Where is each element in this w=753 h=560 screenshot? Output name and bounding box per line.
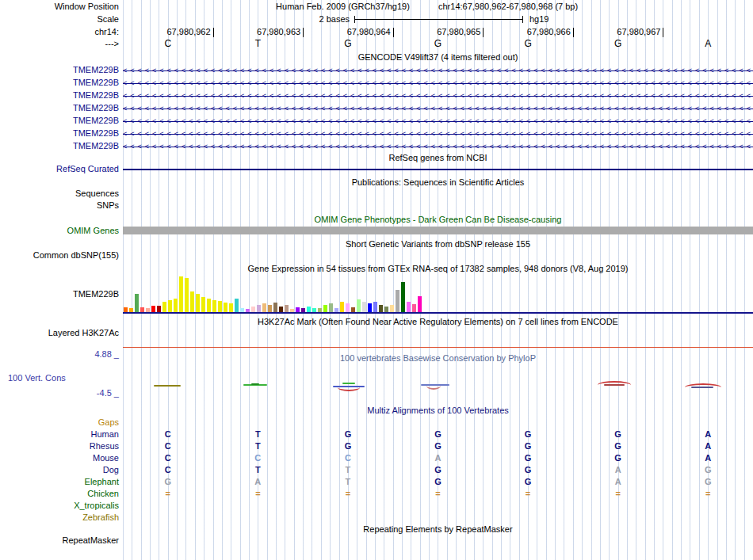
species-label[interactable]: Zebrafish [0, 512, 119, 524]
gtex-expression-bar[interactable] [212, 300, 216, 312]
gene-item[interactable]: <<<<<<<<<<<<<<<<<<<<<<<<<<<<<<<<<<<<<<<<… [123, 77, 753, 90]
gtex-expression-bar[interactable] [135, 294, 139, 312]
gene-item[interactable]: <<<<<<<<<<<<<<<<<<<<<<<<<<<<<<<<<<<<<<<<… [123, 140, 753, 153]
gene-item-label[interactable]: TMEM229B [0, 78, 119, 88]
gtex-expression-bar[interactable] [312, 308, 316, 312]
gencode-track-title[interactable]: GENCODE V49lift37 (4 items filtered out) [123, 52, 753, 63]
gtex-expression-bar[interactable] [351, 307, 355, 312]
refseq-curated-label[interactable]: RefSeq Curated [0, 164, 119, 174]
gtex-expression-bar[interactable] [418, 296, 422, 312]
gtex-expression-bar[interactable] [262, 303, 266, 312]
gene-item-label[interactable]: TMEM229B [0, 141, 119, 151]
gtex-expression-bar[interactable] [240, 308, 244, 312]
alignment-base: G [162, 476, 174, 488]
species-label[interactable]: Dog [0, 464, 119, 476]
gtex-expression-bar[interactable] [407, 302, 411, 312]
gtex-expression-bar[interactable] [246, 309, 250, 312]
gtex-expression-bar[interactable] [357, 299, 361, 312]
gtex-expression-bar[interactable] [174, 299, 178, 312]
gtex-expression-bar[interactable] [207, 299, 211, 312]
gtex-expression-bar[interactable] [390, 305, 394, 312]
gtex-expression-bar[interactable] [235, 299, 239, 312]
gtex-expression-bar[interactable] [379, 305, 383, 312]
gtex-expression-bar[interactable] [129, 308, 133, 312]
conservation-track-title[interactable]: 100 vertebrates Basewise Conservation by… [123, 353, 753, 364]
gtex-expression-bar[interactable] [334, 308, 338, 312]
gtex-expression-bar[interactable] [340, 302, 344, 312]
gtex-expression-bar[interactable] [301, 308, 305, 312]
species-label[interactable]: Mouse [0, 452, 119, 464]
gtex-expression-bar[interactable] [285, 305, 289, 312]
gtex-expression-bar[interactable] [346, 303, 350, 312]
gene-item-label[interactable]: TMEM229B [0, 116, 119, 126]
gtex-expression-bar[interactable] [218, 301, 222, 312]
multiz-gaps-label[interactable]: Gaps [0, 417, 119, 429]
gtex-expression-bar[interactable] [124, 307, 128, 312]
gtex-expression-bar[interactable] [362, 302, 366, 312]
dbsnp-track-title[interactable]: Short Genetic Variants from dbSNP releas… [123, 239, 753, 250]
gene-item-label[interactable]: TMEM229B [0, 103, 119, 113]
gtex-expression-bar[interactable] [157, 306, 161, 312]
repeatmasker-label[interactable]: RepeatMasker [0, 535, 119, 546]
layered-h3k27ac-label[interactable]: Layered H3K27Ac [0, 328, 119, 338]
gtex-expression-bar[interactable] [307, 307, 311, 312]
gtex-expression-bar[interactable] [251, 307, 255, 312]
sequences-label[interactable]: Sequences [0, 189, 119, 199]
snps-label[interactable]: SNPs [0, 200, 119, 211]
gtex-expression-bar[interactable] [279, 307, 283, 312]
species-label[interactable]: Rhesus [0, 440, 119, 452]
common-dbsnp-label[interactable]: Common dbSNP(155) [0, 250, 119, 261]
gtex-expression-bar[interactable] [168, 300, 172, 312]
repeatmasker-track-title[interactable]: Repeating Elements by RepeatMasker [123, 524, 753, 535]
gtex-expression-bar[interactable] [296, 307, 300, 312]
gtex-expression-bar[interactable] [384, 307, 388, 312]
gtex-expression-bar[interactable] [412, 304, 416, 312]
gtex-expression-bar[interactable] [290, 309, 294, 312]
gtex-expression-bar[interactable] [229, 303, 233, 312]
gtex-expression-bar[interactable] [179, 276, 183, 312]
gtex-expression-bar[interactable] [201, 297, 205, 312]
gtex-expression-bar[interactable] [273, 303, 277, 312]
gtex-expression-bar[interactable] [146, 308, 150, 312]
gene-item-label[interactable]: TMEM229B [0, 90, 119, 101]
publications-track-title[interactable]: Publications: Sequences in Scientific Ar… [123, 177, 753, 188]
gtex-expression-bar[interactable] [185, 278, 189, 312]
gtex-expression-bar[interactable] [368, 303, 372, 312]
gtex-expression-bar[interactable] [373, 302, 377, 312]
gtex-expression-bar[interactable] [140, 307, 144, 312]
omim-genes-label[interactable]: OMIM Genes [0, 226, 119, 236]
gtex-expression-bar[interactable] [190, 291, 194, 312]
gene-item[interactable]: <<<<<<<<<<<<<<<<<<<<<<<<<<<<<<<<<<<<<<<<… [123, 90, 753, 102]
h3k27ac-track-title[interactable]: H3K27Ac Mark (Often Found Near Active Re… [123, 317, 753, 327]
gene-item[interactable]: <<<<<<<<<<<<<<<<<<<<<<<<<<<<<<<<<<<<<<<<… [123, 128, 753, 140]
species-label[interactable]: Human [0, 429, 119, 440]
multiz-track-title[interactable]: Multiz Alignments of 100 Vertebrates [123, 406, 753, 416]
conservation-mark [604, 384, 625, 386]
species-label[interactable]: Elephant [0, 476, 119, 488]
gtex-expression-bar[interactable] [329, 303, 333, 312]
species-label[interactable]: X_tropicalis [0, 500, 119, 512]
gtex-expression-bar[interactable] [396, 290, 399, 312]
gene-item[interactable]: <<<<<<<<<<<<<<<<<<<<<<<<<<<<<<<<<<<<<<<<… [123, 64, 753, 77]
gene-item-label[interactable]: TMEM229B [0, 65, 119, 75]
gtex-expression-bar[interactable] [162, 302, 166, 312]
gene-item-label[interactable]: TMEM229B [0, 128, 119, 139]
gtex-expression-bar[interactable] [401, 282, 405, 312]
conservation-track-label[interactable]: 100 Vert. Cons [8, 373, 66, 383]
omim-track-title[interactable]: OMIM Gene Phenotypes - Dark Green Can Be… [123, 215, 753, 225]
gtex-expression-bar[interactable] [268, 305, 272, 312]
species-label[interactable]: Chicken [0, 488, 119, 500]
gene-item[interactable]: <<<<<<<<<<<<<<<<<<<<<<<<<<<<<<<<<<<<<<<<… [123, 102, 753, 115]
gtex-gene-label[interactable]: TMEM229B [0, 289, 119, 299]
gtex-expression-bar[interactable] [151, 306, 155, 312]
gtex-track-title[interactable]: Gene Expression in 54 tissues from GTEx … [123, 264, 753, 274]
gtex-expression-bar[interactable] [318, 308, 322, 312]
gtex-expression-bar[interactable] [224, 303, 227, 312]
gtex-expression-bar[interactable] [257, 305, 261, 312]
gtex-expression-bar[interactable] [323, 305, 327, 312]
gene-item[interactable]: <<<<<<<<<<<<<<<<<<<<<<<<<<<<<<<<<<<<<<<<… [123, 115, 753, 128]
refseq-track-title[interactable]: RefSeq genes from NCBI [123, 153, 753, 163]
refseq-curated-track-line[interactable] [123, 169, 753, 170]
omim-track-bar[interactable] [123, 227, 753, 234]
gtex-expression-bar[interactable] [196, 294, 200, 312]
